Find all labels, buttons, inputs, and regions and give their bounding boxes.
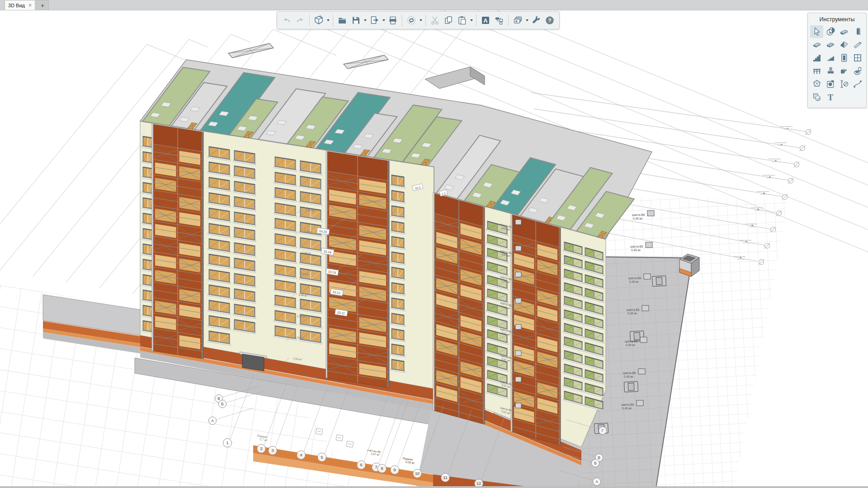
svg-text:0,49 м²: 0,49 м²: [626, 343, 636, 347]
plumbing-fixture-tool[interactable]: [851, 65, 864, 77]
toolbar-separator: [425, 14, 426, 26]
window-tool-icon: [853, 53, 863, 63]
export-button[interactable]: [368, 14, 381, 27]
svg-text:8: 8: [381, 466, 383, 471]
chevron-down-icon: [526, 19, 528, 21]
toolbar-separator: [309, 14, 310, 26]
toolbar-separator: [476, 14, 476, 26]
undo-button[interactable]: [280, 14, 293, 27]
roof-tool[interactable]: [837, 38, 850, 51]
svg-text:0,49 м²: 0,49 м²: [622, 407, 632, 410]
text-tool-icon: T: [826, 92, 835, 102]
dimension-tool[interactable]: [837, 78, 850, 90]
copy-icon: [443, 15, 453, 25]
tab-bar: 3D Вид × +: [0, 0, 868, 10]
wall-tool[interactable]: [837, 25, 850, 38]
save-button[interactable]: [349, 14, 363, 27]
svg-text:0,49 м²: 0,49 м²: [633, 217, 643, 220]
svg-text:0,49 м²: 0,49 м²: [631, 249, 641, 252]
model-scene[interactable]: шахта ВК0,49 м²шахта ВК0,49 м²шахта ВК0,…: [0, 10, 868, 488]
ramp-tool[interactable]: [824, 52, 837, 64]
door-tool-icon: [839, 53, 849, 63]
select-tool-icon: [812, 27, 822, 37]
svg-text:Б: Б: [594, 461, 597, 465]
object-style-icon: [494, 15, 504, 25]
assembly-tool[interactable]: [824, 78, 837, 90]
stair-tool[interactable]: [810, 52, 823, 64]
stair-tool-icon: [812, 53, 822, 63]
svg-text:шахта ВК: шахта ВК: [627, 308, 640, 311]
floor-tool[interactable]: [810, 38, 823, 51]
tools-panel: Инструменты AT: [807, 13, 867, 108]
wall-foundation-tool[interactable]: [837, 65, 850, 77]
svg-text:В: В: [217, 396, 220, 401]
sync-icon: [406, 15, 416, 25]
svg-text:шахта ВК: шахта ВК: [621, 403, 634, 406]
view-3d-button[interactable]: [312, 14, 326, 27]
object-style-button[interactable]: [492, 14, 506, 27]
copy-button[interactable]: [442, 14, 455, 27]
column-tool[interactable]: [851, 25, 864, 38]
help-button[interactable]: ?: [543, 14, 557, 27]
svg-text:2: 2: [260, 446, 262, 451]
sync-dropdown[interactable]: [418, 14, 423, 27]
save-dropdown[interactable]: [363, 14, 368, 27]
view-3d-dropdown[interactable]: [326, 14, 330, 27]
door-tool[interactable]: [837, 52, 850, 64]
open-icon: [337, 15, 347, 25]
profiles-button[interactable]: [511, 14, 524, 27]
svg-text:?: ?: [548, 18, 551, 23]
undo-icon: [282, 15, 292, 25]
level-tool[interactable]: A: [824, 25, 837, 38]
assembly-tool-icon: [826, 79, 835, 89]
railing-tool-icon: [812, 66, 822, 76]
sync-button[interactable]: [405, 14, 418, 27]
isolated-foundation-tool-icon: [826, 66, 835, 76]
viewport-3d[interactable]: шахта ВК0,49 м²шахта ВК0,49 м²шахта ВК0,…: [0, 10, 868, 488]
svg-text:10: 10: [415, 471, 420, 476]
cut-button[interactable]: [428, 14, 442, 27]
opening-tool[interactable]: [824, 38, 837, 51]
svg-text:0,49 м²: 0,49 м²: [627, 312, 637, 315]
svg-text:A: A: [483, 17, 488, 24]
tab-close-icon[interactable]: ×: [28, 3, 32, 8]
svg-text:4: 4: [300, 453, 302, 457]
save-icon: [351, 15, 361, 25]
chevron-down-icon: [470, 19, 473, 21]
floor-tool-icon: [812, 40, 822, 50]
paste-dropdown[interactable]: [469, 14, 474, 27]
text-tool[interactable]: T: [824, 91, 837, 103]
settings-wrench-button[interactable]: [529, 14, 543, 27]
paste-icon: [457, 15, 467, 25]
isolated-foundation-tool[interactable]: [824, 65, 837, 77]
settings-wrench-icon: [531, 15, 541, 25]
select-tool[interactable]: [810, 25, 823, 38]
svg-text:6: 6: [360, 463, 362, 467]
open-button[interactable]: [335, 14, 349, 27]
element-tool[interactable]: [810, 78, 823, 90]
roof-vent: [624, 381, 638, 392]
new-tab-button[interactable]: +: [36, 0, 49, 10]
profiles-dropdown[interactable]: [524, 14, 529, 27]
svg-text:А: А: [211, 418, 214, 423]
chevron-down-icon: [382, 19, 385, 21]
help-icon: ?: [545, 15, 555, 25]
tab-3d-view[interactable]: 3D Вид ×: [5, 0, 35, 10]
window-tool[interactable]: [851, 52, 864, 64]
hatch-tool[interactable]: [810, 91, 823, 103]
toolbar-separator: [508, 14, 509, 26]
svg-text:шахта ВК: шахта ВК: [625, 340, 638, 343]
svg-text:5: 5: [321, 455, 323, 460]
print-button[interactable]: [386, 14, 400, 27]
redo-button[interactable]: [293, 14, 307, 27]
wall-foundation-tool-icon: [839, 66, 849, 76]
svg-text:В: В: [598, 455, 600, 460]
beam-tool[interactable]: [851, 38, 864, 51]
spline-tool[interactable]: [851, 78, 864, 90]
text-style-button[interactable]: A: [479, 14, 492, 27]
export-dropdown[interactable]: [381, 14, 386, 27]
text-style-icon: A: [481, 15, 491, 25]
beam-tool-icon: [853, 40, 863, 50]
railing-tool[interactable]: [810, 65, 823, 77]
paste-button[interactable]: [455, 14, 469, 27]
